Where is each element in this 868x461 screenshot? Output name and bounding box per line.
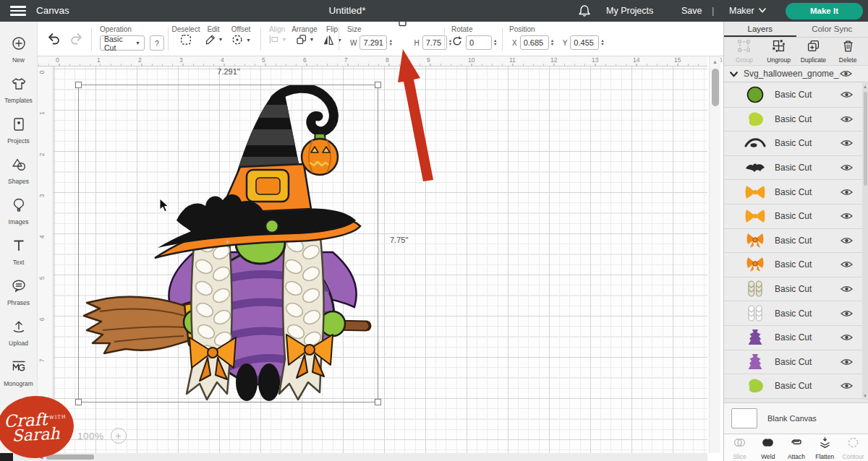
scroll-up-icon[interactable]: ▲ (863, 85, 867, 89)
layer-row[interactable]: Basic Cut (724, 350, 863, 375)
rotate-icon[interactable] (451, 35, 463, 50)
width-axis-label: W (350, 39, 357, 47)
selection-handle-bottom-left[interactable] (75, 399, 82, 405)
edit-button[interactable]: Edit ▼ (200, 22, 227, 56)
layer-thumbnail-dress (744, 328, 766, 347)
visibility-eye-icon[interactable] (841, 163, 853, 172)
sidebar-item-shapes[interactable]: Shapes (0, 150, 37, 191)
layer-row[interactable]: Basic Cut (724, 277, 863, 302)
group-button: Group (727, 39, 762, 64)
tshirt-icon (11, 76, 27, 95)
horizontal-scroll-thumb[interactable] (46, 454, 94, 460)
sidebar-item-templates[interactable]: Templates (0, 69, 37, 110)
ungroup-button[interactable]: Ungroup (762, 39, 796, 64)
save-link[interactable]: Save (681, 6, 702, 16)
blank-canvas-row[interactable]: Blank Canvas (724, 402, 868, 434)
visibility-eye-icon[interactable] (841, 358, 853, 366)
weld-button[interactable]: Weld (754, 436, 782, 460)
chevron-down-icon[interactable] (730, 67, 738, 80)
menu-hamburger-icon[interactable] (10, 6, 26, 16)
notification-bell-icon[interactable] (577, 4, 592, 21)
canvas-color-swatch[interactable] (731, 408, 757, 428)
layer-thumbnail-dress (744, 353, 766, 371)
layer-row[interactable]: Basic Cut (724, 301, 863, 326)
layer-group-row[interactable]: Svg_halloween_gnome_... (724, 65, 868, 82)
make-it-button[interactable]: Make It (786, 3, 863, 20)
layer-row[interactable]: Basic Cut (724, 204, 863, 229)
attach-button[interactable]: Attach (782, 436, 810, 460)
layer-thumbnail-bow (744, 255, 766, 274)
tab-color-sync[interactable]: Color Sync (796, 22, 868, 37)
sidebar-item-new[interactable]: New (0, 29, 37, 69)
y-stepper[interactable]: ▲▼ (600, 39, 607, 46)
sidebar-item-text[interactable]: Text (0, 231, 37, 272)
selection-handle-top-left[interactable] (75, 82, 82, 88)
scroll-up-icon[interactable]: ▲ (712, 59, 718, 64)
sidebar-item-images[interactable]: Images (0, 191, 37, 231)
flatten-button[interactable]: Flatten (811, 436, 839, 460)
x-stepper[interactable]: ▲▼ (550, 39, 557, 46)
visibility-eye-icon[interactable] (841, 115, 853, 124)
flip-button[interactable]: Flip ▼ (318, 22, 346, 56)
visibility-eye-icon[interactable] (841, 188, 853, 197)
duplicate-button[interactable]: Duplicate (796, 39, 831, 64)
zoom-in-button[interactable]: + (111, 428, 127, 444)
offset-button[interactable]: Offset ▼ (227, 22, 255, 56)
canvas-vertical-scrollbar[interactable]: ▲ (709, 56, 720, 453)
layer-row[interactable]: Basic Cut (724, 132, 863, 156)
sidebar-item-upload[interactable]: Upload (0, 312, 37, 353)
layer-row[interactable]: Basic Cut (724, 180, 863, 204)
visibility-eye-icon[interactable] (841, 260, 853, 269)
panel-scrollbar[interactable]: ▲ ▼ (862, 83, 868, 400)
deselect-button[interactable]: Deselect (172, 22, 200, 56)
rotate-stepper[interactable]: ▲▼ (493, 39, 500, 46)
layer-row[interactable]: Basic Cut (724, 326, 863, 350)
operation-label: Operation (100, 25, 164, 33)
layer-row[interactable]: Basic Cut (724, 83, 863, 108)
visibility-eye-icon[interactable] (841, 285, 853, 293)
visibility-eye-icon[interactable] (841, 333, 853, 342)
selection-handle-top-right[interactable] (375, 82, 381, 88)
sidebar-item-monogram[interactable]: Monogram (0, 353, 37, 393)
visibility-eye-icon[interactable] (841, 139, 853, 147)
redo-icon[interactable] (69, 31, 84, 49)
panel-bottom-actions: SliceWeldAttachFlattenContour (724, 434, 868, 461)
selection-handle-bottom-right[interactable] (375, 399, 381, 405)
visibility-eye-icon[interactable] (841, 212, 853, 220)
visibility-eye-icon[interactable] (841, 90, 853, 99)
height-input[interactable] (422, 35, 447, 50)
vertical-scroll-thumb[interactable] (712, 69, 719, 106)
scroll-down-icon[interactable]: ▼ (863, 394, 867, 398)
layer-row[interactable]: Basic Cut (724, 108, 863, 132)
v-ruler-number: 6 (38, 318, 46, 322)
operation-dropdown[interactable]: Basic Cut▼ (100, 35, 145, 51)
help-button[interactable]: ? (150, 35, 164, 51)
contour-icon (846, 436, 860, 452)
visibility-eye-icon[interactable] (841, 236, 853, 245)
group-name[interactable]: Svg_halloween_gnome_... (744, 69, 840, 79)
visibility-eye-icon[interactable] (841, 382, 853, 390)
layer-row[interactable]: Basic Cut (724, 374, 863, 399)
sidebar-item-projects[interactable]: Projects (0, 110, 37, 150)
rotate-input[interactable] (466, 35, 492, 50)
canvas-horizontal-scrollbar[interactable]: ◀ (13, 453, 707, 461)
delete-button[interactable]: Delete (830, 39, 865, 64)
panel-scroll-thumb[interactable] (864, 92, 867, 186)
layer-row[interactable]: Basic Cut (724, 229, 863, 254)
canvas-grid[interactable]: 7.291" 7.75" + − 100% + (54, 66, 707, 453)
visibility-eye-icon[interactable] (841, 309, 853, 318)
layer-row[interactable]: Basic Cut (724, 156, 863, 181)
arrange-button[interactable]: Arrange ▼ (291, 22, 318, 56)
width-input[interactable] (359, 35, 387, 50)
machine-selector[interactable]: Maker (729, 6, 766, 16)
position-x-input[interactable] (520, 35, 549, 50)
shapes-icon (11, 157, 27, 176)
tab-layers[interactable]: Layers (724, 22, 796, 37)
sidebar-item-phrases[interactable]: Phrases (0, 272, 37, 312)
my-projects-link[interactable]: My Projects (606, 6, 653, 16)
position-y-input[interactable] (570, 35, 599, 50)
visibility-eye-icon[interactable] (840, 69, 852, 78)
undo-icon[interactable] (46, 31, 61, 49)
layer-row[interactable]: Basic Cut (724, 253, 863, 277)
width-stepper[interactable]: ▲▼ (388, 39, 395, 46)
